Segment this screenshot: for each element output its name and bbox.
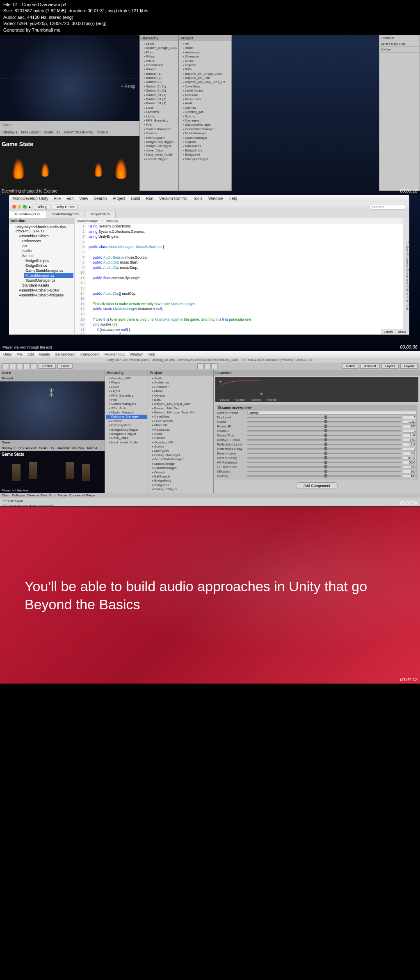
tree-item[interactable]: Lights [106,389,147,393]
tree-item[interactable]: Door [141,106,177,110]
menu-item[interactable]: Unity [3,352,12,356]
tree-item[interactable]: Character [180,55,231,59]
audio-curve-editor[interactable]: • Volume• Spatial• Spread• Reverb [215,377,418,402]
solution-explorer[interactable]: Solution unity-beyond-basics-audio-tips-… [9,218,75,334]
tree-item[interactable]: Audio [180,46,231,50]
tree-item[interactable]: Music [180,59,231,63]
tree-item[interactable]: Floor [141,50,177,55]
menu-item[interactable]: File [54,196,61,201]
breadcrumb[interactable]: MusicManager›nextClip [75,218,403,224]
tree-item[interactable]: Sound Managers [141,127,177,131]
menu-item[interactable]: Assets [39,352,50,356]
menu-item[interactable]: Project [112,196,125,201]
tree-item[interactable]: Level [106,385,147,389]
tree-item[interactable]: Banner (2) [141,76,177,80]
editor-tab[interactable]: MusicManager.cs [9,211,46,218]
tree-item[interactable]: Banner (1) [141,72,177,76]
reverb-value[interactable]: 441 [403,452,417,455]
tree-item[interactable]: CaveDrips [180,85,231,89]
tree-item[interactable]: BridgeEntryTrigger [141,140,177,144]
reverb-value[interactable]: 0.011 [403,456,417,460]
tree-item[interactable]: Bats [149,398,212,402]
solution-item[interactable]: Assembly-CSharp-firstpass [17,293,73,298]
reverb-value[interactable]: 5000 [403,461,417,464]
reverb-slider[interactable] [247,421,401,422]
reverb-value[interactable]: 0 [403,429,417,433]
tree-item[interactable]: Scenes [149,436,212,440]
tree-item[interactable]: BridgeEntry [180,149,231,153]
play-icon[interactable] [197,363,204,369]
tree-item[interactable]: Lanterns [141,110,177,114]
reverb-slider[interactable] [247,471,401,472]
tree-item[interactable]: Level Assets [149,419,212,423]
reverb-slider[interactable] [247,475,401,477]
tree-item[interactable]: Managers [180,119,231,123]
solution-item[interactable]: Standard Assets [21,283,73,288]
reverb-slider[interactable] [247,448,401,450]
unity-editor-dropdown[interactable]: Unity Editor [53,204,78,210]
tree-item[interactable]: SoundManager [180,136,231,140]
move-tool-icon[interactable] [9,363,16,369]
tree-item[interactable]: MusicManager [149,462,212,466]
tree-item[interactable]: Statue_01 (3) [141,89,177,93]
reverb-value[interactable]: 250 [403,465,417,469]
menu-item[interactable]: Run [146,196,153,201]
hierarchy-panel[interactable]: Hierarchy Opening_M5*PlayerLevelLightsFP… [105,370,148,493]
pause-icon[interactable] [204,363,211,369]
tree-item[interactable]: SoundManager [149,466,212,470]
menu-item[interactable]: Component [80,352,100,356]
menu-item[interactable]: Search [94,196,107,201]
tree-item[interactable]: Beyond_M4_Fire [149,406,212,411]
reverb-value[interactable]: -300 [403,425,417,428]
game-view[interactable]: Game Display 1Free Aspect Scale1x Maximi… [0,440,105,493]
tree-item[interactable]: Resources [180,97,231,101]
code-editor[interactable]: MusicManager›nextClip 123456789101112131… [75,218,403,334]
solution-item[interactable]: Audio [21,248,73,253]
audio-reverb-filter-component[interactable]: ☑ Audio Reverb Filter Reverb Preset Hall… [215,404,418,480]
solution-item[interactable]: Assembly-CSharp [17,234,73,239]
collab-dropdown[interactable]: Collab [342,363,359,369]
reverb-value[interactable]: -1000 [403,420,417,424]
tree-item[interactable]: Barrier_01 (2) [141,97,177,101]
tree-item[interactable]: Pillars [141,55,177,59]
play-icon[interactable]: ▸ [29,205,31,209]
tree-item[interactable]: Objects [180,63,231,67]
add-component-button[interactable]: Add Component [296,482,338,489]
reverb-slider[interactable] [247,444,401,445]
hand-tool-icon[interactable] [2,363,9,369]
menu-item[interactable]: Window [130,352,143,356]
menu-item[interactable]: Version Control [159,196,187,201]
tree-item[interactable]: MusicManager [180,131,231,135]
game-tab[interactable]: Game [2,123,13,127]
menu-item[interactable]: Edit [66,196,73,201]
reverb-slider[interactable] [247,466,401,468]
tree-item[interactable]: Level [141,42,177,46]
menu-item[interactable]: Mobile Input [105,352,125,356]
tree-item[interactable]: BridgeExit [149,483,212,487]
tree-item[interactable]: Lights [141,115,177,119]
tree-item[interactable]: GameStateManager [180,127,231,131]
tree-item[interactable]: Materials [149,423,212,427]
solution-item[interactable]: unity-beyond-basics-audio-tips-tricks-m3… [14,225,73,234]
tree-item[interactable]: Dialogue_Manager [106,415,147,419]
search-input[interactable] [369,204,406,210]
tree-item[interactable]: Objects [149,394,212,398]
menu-item[interactable]: MonoDevelop-Unity [12,196,48,201]
tree-item[interactable]: DialogueTrigger [149,487,212,491]
tree-item[interactable]: Barrier_01 (3) [141,101,177,106]
tree-item[interactable]: Managers [149,449,212,453]
tree-item[interactable]: BridgeExitTrigger [106,432,147,436]
menu-item[interactable]: File [17,352,23,356]
tree-item[interactable]: Audio [149,376,212,381]
project-panel[interactable]: Project AudioAmbienceCharacterMusicObjec… [148,370,213,493]
tree-item[interactable]: Resources [149,428,212,432]
tree-item[interactable]: Music [149,389,212,393]
tree-item[interactable]: Fire [141,123,177,127]
scale-tool-icon[interactable] [23,363,30,369]
zoom-icon[interactable] [23,205,27,209]
tree-item[interactable]: Materials [180,93,231,97]
tree-item[interactable]: Beyond_M4_Angel_Choir [149,402,212,406]
menu-item[interactable]: Edit [27,352,34,356]
console-tab[interactable]: Connected Player [69,493,96,497]
tree-item[interactable]: SFX_Amb [106,406,147,411]
